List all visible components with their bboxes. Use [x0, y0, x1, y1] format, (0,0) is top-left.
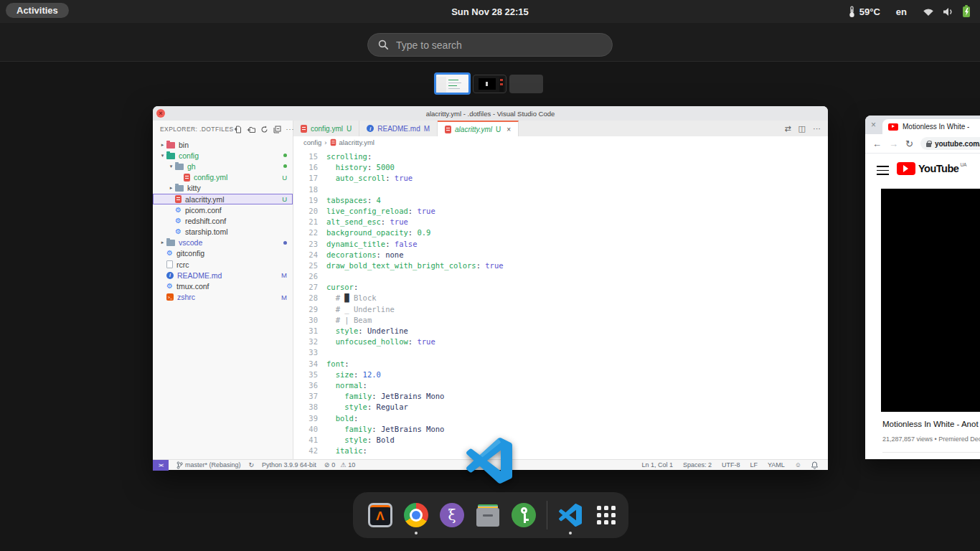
keyboard-layout-indicator[interactable]: en	[896, 6, 907, 17]
tree-item-gitconfig[interactable]: ⚙gitconfig	[153, 248, 293, 259]
remote-indicator[interactable]: ><	[153, 460, 169, 471]
code-line: 23dynamic_title: false	[293, 240, 828, 250]
code-text: style: Underline	[326, 326, 408, 337]
reload-button[interactable]: ↻	[905, 138, 913, 149]
tab-close-icon[interactable]: ×	[507, 126, 511, 133]
breadcrumb-file[interactable]: alacritty.yml	[339, 138, 374, 146]
dock-item-alacritty[interactable]: Λ	[367, 502, 393, 528]
notifications-bell-icon[interactable]	[811, 461, 818, 469]
collapse-folders-icon[interactable]	[273, 126, 281, 133]
line-number: 27	[293, 283, 318, 293]
more-actions-icon[interactable]: ···	[813, 124, 821, 133]
tree-item-alacritty-yml[interactable]: alacritty.ymlU	[153, 194, 293, 204]
tree-item-starship-toml[interactable]: ⚙starship.toml	[153, 227, 293, 237]
tree-item-tmux-conf[interactable]: ⚙tmux.conf	[153, 281, 293, 291]
dock-item-files[interactable]	[475, 502, 501, 528]
tree-item-config[interactable]: ▾config	[153, 150, 293, 161]
video-player[interactable]	[881, 189, 980, 412]
vscode-titlebar[interactable]: × alacritty.yml - .dotfiles - Visual Stu…	[153, 106, 828, 121]
thumbnail-mini-line	[448, 83, 461, 83]
youtube-play-icon	[897, 162, 915, 175]
tree-item-redshift-conf[interactable]: ⚙redshift.conf	[153, 215, 293, 226]
breadcrumb[interactable]: config › alacritty.yml	[293, 136, 828, 148]
refresh-icon[interactable]	[260, 126, 268, 133]
git-branch-status[interactable]: master* (Rebasing)	[176, 461, 241, 469]
tab-dirty-badge: U	[496, 126, 501, 133]
tab-bar-actions: ⇄◫···	[784, 121, 828, 136]
split-editor-icon[interactable]: ◫	[798, 124, 806, 133]
open-changes-icon[interactable]: ⇄	[784, 124, 791, 133]
hamburger-menu-icon[interactable]	[877, 166, 889, 175]
dock-item-app-grid[interactable]	[593, 502, 619, 528]
address-bar[interactable]: youtube.com/wa	[920, 137, 980, 150]
tree-item-config-yml[interactable]: config.ymlU	[153, 172, 293, 183]
chrome-active-tab[interactable]: Motionless In White -	[882, 119, 980, 134]
temperature-indicator[interactable]: 59°C	[849, 6, 880, 18]
feedback-icon[interactable]: ☺	[795, 461, 801, 468]
dock-item-chrome[interactable]	[403, 502, 429, 528]
youtube-logo[interactable]: YouTube UA	[897, 162, 966, 175]
tree-item-zshrc[interactable]: >_zshrcM	[153, 292, 293, 303]
tab-close-icon[interactable]: ×	[871, 120, 876, 130]
chrome-icon	[404, 503, 428, 527]
line-number: 40	[293, 425, 318, 435]
sync-button[interactable]: ↻	[249, 461, 255, 468]
problems-status[interactable]: ⊘ 0 ⚠ 10	[324, 461, 356, 468]
workspace-thumbnail-empty[interactable]	[509, 75, 543, 93]
chevron-icon: ▾	[159, 153, 166, 159]
python-interpreter[interactable]: Python 3.9.9 64-bit	[262, 461, 316, 468]
chevron-right-icon: ›	[324, 138, 326, 146]
editor-tab-README.md[interactable]: iREADME.mdM	[359, 121, 438, 136]
code-editor-surface[interactable]: 15scrolling:16 history: 500017 auto_scro…	[293, 148, 828, 459]
system-status-area[interactable]: 59°C en	[849, 0, 970, 23]
line-number: 28	[293, 293, 318, 304]
eol-sequence[interactable]: LF	[750, 461, 758, 468]
breadcrumb-folder[interactable]: config	[303, 138, 321, 146]
error-icon: ⊘	[324, 461, 330, 468]
window-close-button[interactable]: ×	[156, 109, 165, 118]
tab-label: alacritty.yml	[455, 126, 492, 133]
new-folder-icon[interactable]	[247, 126, 255, 133]
tree-item-README-md[interactable]: iREADME.mdM	[153, 270, 293, 281]
editor-tab-alacritty.yml[interactable]: alacritty.ymlU×	[438, 121, 519, 136]
search-input[interactable]	[389, 39, 612, 51]
forward-button[interactable]: →	[889, 138, 898, 149]
dock-item-emacs[interactable]: ξ	[439, 502, 465, 528]
tree-item-label: redshift.conf	[185, 217, 226, 225]
workspace-thumbnail-youtube[interactable]	[473, 75, 507, 93]
tree-item-vscode[interactable]: ▸vscode	[153, 237, 293, 248]
cursor-position[interactable]: Ln 1, Col 1	[641, 461, 673, 468]
thumbnail-mini-line	[448, 85, 457, 86]
dock-item-vscode[interactable]	[557, 502, 583, 528]
language-mode[interactable]: YAML	[768, 461, 785, 468]
vscode-logo-icon	[466, 438, 513, 484]
key-icon	[512, 503, 536, 527]
code-line: 38 style: Regular	[293, 402, 828, 413]
workspace-thumbnail-vscode[interactable]	[434, 72, 471, 95]
encoding[interactable]: UTF-8	[722, 461, 740, 468]
tree-item-rcrc[interactable]: rcrc	[153, 259, 293, 270]
tree-item-kitty[interactable]: ▸kitty	[153, 183, 293, 194]
line-number: 15	[293, 152, 318, 163]
code-text: style: Bold	[326, 435, 395, 446]
tree-item-gh[interactable]: ▾gh	[153, 161, 293, 171]
dock-separator	[547, 501, 547, 529]
code-text: unfocused_hollow: true	[326, 337, 435, 348]
tree-item-picom-conf[interactable]: ⚙picom.conf	[153, 204, 293, 215]
volume-icon	[943, 7, 954, 17]
yaml-file-icon	[445, 126, 451, 133]
editor-tab-config.yml[interactable]: config.ymlU	[293, 121, 359, 136]
file-icon	[166, 260, 173, 268]
running-indicator-dot	[415, 532, 418, 534]
tree-item-bin[interactable]: ▸bin	[153, 139, 293, 150]
new-file-icon[interactable]	[234, 126, 242, 133]
search-box[interactable]	[367, 33, 613, 57]
indentation[interactable]: Spaces: 2	[683, 461, 712, 468]
git-status-badge: U	[282, 195, 287, 203]
back-button[interactable]: ←	[872, 138, 882, 149]
line-number: 18	[293, 185, 318, 196]
clock[interactable]: Sun Nov 28 22:15	[0, 6, 980, 17]
quick-settings[interactable]	[923, 6, 970, 17]
dock-item-passwords[interactable]	[511, 502, 537, 528]
app-grid-icon	[597, 506, 616, 524]
